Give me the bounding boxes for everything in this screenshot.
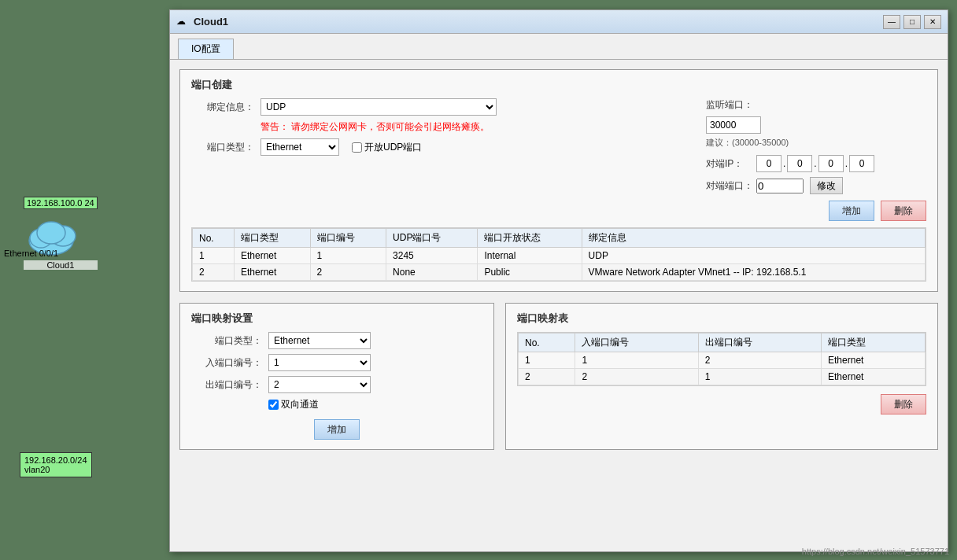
bottom-panels: 端口映射设置 端口类型： Ethernet 入端口编号： 1 2 出端口编号： <box>179 303 938 461</box>
window-controls: — □ ✕ <box>883 15 941 29</box>
warning-text: 警告： 请勿绑定公网网卡，否则可能会引起网络瘫痪。 <box>260 120 690 134</box>
port-type-label: 端口类型： <box>191 141 254 154</box>
peer-port-input[interactable] <box>756 179 804 193</box>
cloud1-ip-label: 192.168.100.0 24 <box>24 197 98 209</box>
svg-point-3 <box>37 222 65 244</box>
td-udp-port: None <box>386 264 478 281</box>
mtd-in: 2 <box>575 369 698 385</box>
out-port-select[interactable]: 1 2 <box>268 376 371 393</box>
hint-text: 建议：(30000-35000) <box>706 137 926 149</box>
tab-area: IO配置 <box>170 34 948 60</box>
port-table-container: No. 端口类型 端口编号 UDP端口号 端口开放状态 绑定信息 1 Ether… <box>191 227 926 282</box>
peer-ip-inputs: . . . <box>756 155 874 172</box>
ip-part-4[interactable] <box>849 155 874 172</box>
td-port-no: 1 <box>310 248 386 264</box>
mapping-del-row: 删除 <box>517 394 926 414</box>
delete-port-button[interactable]: 删除 <box>881 201 926 221</box>
port-type-row: 端口类型： Ethernet 开放UDP端口 <box>191 138 690 156</box>
th-no: No. <box>193 229 235 248</box>
port-mapping-section: 端口映射设置 端口类型： Ethernet 入端口编号： 1 2 出端口编号： <box>179 303 494 450</box>
mapping-port-type-select[interactable]: Ethernet <box>268 332 371 349</box>
td-port-type: Ethernet <box>235 248 311 264</box>
add-del-buttons: 增加 删除 <box>706 201 926 221</box>
add-port-button[interactable]: 增加 <box>829 201 874 221</box>
td-open-status: Public <box>478 264 582 281</box>
maximize-button[interactable]: □ <box>903 15 921 29</box>
td-no: 2 <box>193 264 235 281</box>
mtd-out: 1 <box>698 369 821 385</box>
th-bind-info: 绑定信息 <box>582 229 925 248</box>
listen-input[interactable] <box>706 116 761 134</box>
mth-type: 端口类型 <box>822 333 926 352</box>
vlan-label: 192.168.20.0/24 vlan20 <box>24 455 87 474</box>
ethernet-port-label: Ethernet 0/0/1 <box>4 249 58 258</box>
mth-out: 出端口编号 <box>698 333 821 352</box>
tab-io-config[interactable]: IO配置 <box>178 39 234 59</box>
td-no: 1 <box>193 248 235 264</box>
mth-no: No. <box>519 333 575 352</box>
mtd-no: 1 <box>519 352 575 369</box>
table-row: 2 2 1 Ethernet <box>519 369 926 385</box>
td-port-type: Ethernet <box>235 264 311 281</box>
out-port-label: 出端口编号： <box>191 378 262 392</box>
listen-label: 监听端口： <box>706 98 753 112</box>
port-mapping-table-section: 端口映射表 No. 入端口编号 出端口编号 端口类型 <box>505 303 938 450</box>
th-open-status: 端口开放状态 <box>478 229 582 248</box>
mtd-type: Ethernet <box>822 369 926 385</box>
td-bind-info: UDP <box>582 248 925 264</box>
mapping-table: No. 入端口编号 出端口编号 端口类型 1 1 2 Ethernet 2 2 <box>518 333 926 385</box>
dialog-content: 端口创建 绑定信息： UDP 警告： 请勿绑定公网网卡，否则可能会引起网络瘫痪。… <box>170 60 948 554</box>
mtd-in: 1 <box>575 352 698 369</box>
mtd-type: Ethernet <box>822 352 926 369</box>
table-row: 1 Ethernet 1 3245 Internal UDP <box>193 248 926 264</box>
listen-port-row: 监听端口： <box>706 98 926 112</box>
bind-info-select[interactable]: UDP <box>260 98 497 116</box>
port-creation-section: 端口创建 绑定信息： UDP 警告： 请勿绑定公网网卡，否则可能会引起网络瘫痪。… <box>179 69 938 292</box>
ip-part-1[interactable] <box>756 155 781 172</box>
ip-part-3[interactable] <box>818 155 844 172</box>
watermark: https://blog.csdn.net/weixin_51573771 <box>802 547 949 556</box>
ip-dot-1: . <box>783 158 785 169</box>
bidirectional-text: 双向通道 <box>281 398 319 411</box>
port-creation-title: 端口创建 <box>191 78 926 92</box>
close-button[interactable]: ✕ <box>924 15 941 29</box>
peer-ip-row: 对端IP： . . . <box>706 155 926 172</box>
mapping-table-container: No. 入端口编号 出端口编号 端口类型 1 1 2 Ethernet 2 2 <box>517 332 926 386</box>
bidirectional-label[interactable]: 双向通道 <box>268 398 319 411</box>
td-open-status: Internal <box>478 248 582 264</box>
mapping-add-button[interactable]: 增加 <box>314 419 360 440</box>
modify-button[interactable]: 修改 <box>810 177 843 194</box>
mapping-add-row: 增加 <box>191 419 482 440</box>
bidirectional-checkbox[interactable] <box>268 400 279 410</box>
in-port-select[interactable]: 1 2 <box>268 354 371 371</box>
ip-part-2[interactable] <box>787 155 812 172</box>
ip-dot-3: . <box>845 158 848 169</box>
port-type-select[interactable]: Ethernet <box>260 138 339 156</box>
mapping-table-body: 1 1 2 Ethernet 2 2 1 Ethernet <box>519 352 926 385</box>
cloud1-name: Cloud1 <box>24 260 98 270</box>
vlan-node: 192.168.20.0/24 vlan20 <box>20 452 92 477</box>
udp-checkbox-text: 开放UDP端口 <box>364 141 422 154</box>
titlebar-cloud-icon: ☁ <box>176 16 189 28</box>
bidirectional-row: 双向通道 <box>191 398 482 411</box>
mth-in: 入端口编号 <box>575 333 698 352</box>
udp-checkbox[interactable] <box>352 142 362 153</box>
cloud1-node: 192.168.100.0 24 Cloud1 <box>24 197 98 270</box>
bind-info-label: 绑定信息： <box>191 101 254 114</box>
th-port-type: 端口类型 <box>235 229 311 248</box>
peer-ip-label: 对端IP： <box>706 157 753 171</box>
mtd-no: 2 <box>519 369 575 385</box>
udp-checkbox-label[interactable]: 开放UDP端口 <box>352 141 422 154</box>
minimize-button[interactable]: — <box>883 15 900 29</box>
port-mapping-title: 端口映射设置 <box>191 311 482 326</box>
bind-info-row: 绑定信息： UDP <box>191 98 690 116</box>
td-bind-info: VMware Network Adapter VMnet1 -- IP: 192… <box>582 264 925 281</box>
peer-port-label: 对端端口： <box>706 179 753 193</box>
mtd-out: 2 <box>698 352 821 369</box>
dialog-titlebar: ☁ Cloud1 — □ ✕ <box>170 10 948 34</box>
out-port-row: 出端口编号： 1 2 <box>191 376 482 393</box>
port-table: No. 端口类型 端口编号 UDP端口号 端口开放状态 绑定信息 1 Ether… <box>192 228 926 281</box>
table-row: 2 Ethernet 2 None Public VMware Network … <box>193 264 926 281</box>
in-port-row: 入端口编号： 1 2 <box>191 354 482 371</box>
mapping-delete-button[interactable]: 删除 <box>881 394 926 414</box>
